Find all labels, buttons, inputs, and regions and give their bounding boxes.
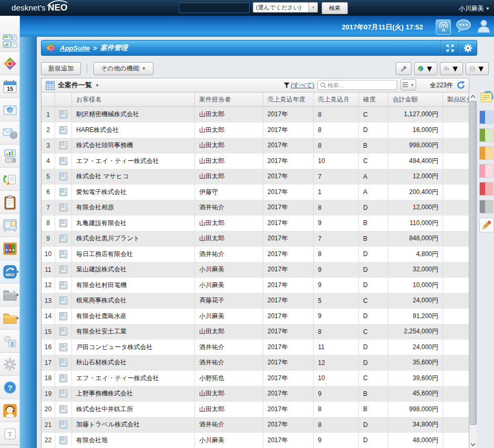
table-row[interactable]: 3 株式会社陸羽事務機 山田太郎 2017年 8 B 998,000円 — [42, 138, 469, 154]
table-row[interactable]: 21 加藤トラベル株式会社 酒井祐介 2017年 8 D 34,800円 — [42, 417, 469, 433]
row-icon-cell[interactable] — [55, 386, 72, 402]
global-search-input[interactable] — [179, 4, 249, 13]
presence-broadcast-icon[interactable]: A — [436, 19, 451, 35]
table-row[interactable]: 6 愛知電子株式会社 伊藤守 2017年 1 A 200,400円 — [42, 185, 469, 200]
sidebar-item-presentation[interactable] — [0, 145, 19, 168]
sidebar-item-settings[interactable] — [0, 353, 19, 376]
user-profile-icon[interactable] — [476, 19, 491, 35]
chat-icon[interactable] — [456, 19, 471, 35]
col-month[interactable]: 売上見込月 — [314, 93, 359, 106]
row-icon-cell[interactable] — [55, 216, 72, 231]
scroll-up-arrow[interactable] — [469, 93, 477, 100]
row-icon-cell[interactable] — [55, 247, 72, 262]
breadcrumb-app-link[interactable]: AppSuite — [60, 44, 90, 52]
row-icon-cell[interactable] — [55, 340, 72, 355]
table-row[interactable]: 17 秋山石材株式会社 酒井祐介 2017年 12 D 35,600円 — [42, 355, 469, 371]
row-icon-cell[interactable] — [55, 138, 72, 154]
row-icon-cell[interactable] — [55, 169, 72, 185]
col-amount[interactable]: 合計金額 — [388, 93, 443, 106]
table-row[interactable]: 18 エフ・エイ・ティー株式会社 小野拓也 2017年 10 C 39,600円 — [42, 371, 469, 386]
sidebar-item-settings-list[interactable] — [0, 330, 19, 353]
scrollbar-thumb[interactable] — [470, 101, 477, 425]
row-icon-cell[interactable] — [55, 417, 72, 433]
sidebar-item-bulletin-board[interactable] — [0, 214, 19, 237]
add-record-button[interactable]: 新規追加 — [41, 62, 81, 75]
row-icon-cell[interactable] — [55, 402, 72, 418]
table-row[interactable]: 7 有限会社相原 酒井祐介 2017年 8 D 12,000円 — [42, 200, 469, 216]
label-pink[interactable] — [479, 164, 493, 178]
table-row[interactable]: 11 葉山建設株式会社 小川麻美 2017年 9 D 32,000円 — [42, 262, 469, 278]
col-grade[interactable]: 確度 — [359, 93, 388, 106]
label-red[interactable] — [479, 182, 493, 196]
table-row[interactable]: 2 HARE株式会社 山田太郎 2017年 8 D 16,000円 — [42, 123, 469, 138]
sidebar-item-help[interactable]: ? — [0, 376, 19, 399]
fullscreen-button[interactable] — [441, 40, 459, 55]
more-functions-button[interactable]: その他の機能 ▼ — [94, 62, 153, 75]
label-gray[interactable] — [479, 200, 493, 213]
label-orange[interactable] — [479, 146, 493, 160]
global-search-button[interactable]: 検索 — [322, 2, 348, 14]
table-row[interactable]: 16 戸田コンピュータ株式会社 酒井祐介 2017年 11 D 24,000円 — [42, 340, 469, 355]
table-row[interactable]: 19 上野事務機株式会社 山田太郎 2017年 9 B 45,600円 — [42, 386, 469, 402]
edit-labels-button[interactable] — [479, 218, 494, 232]
table-row[interactable]: 14 有限会社鹿島水産 小川麻美 2017年 9 D 91,200円 — [42, 309, 469, 324]
sidebar-item-personal-folder[interactable] — [0, 307, 19, 330]
col-year[interactable]: 売上見込年度 — [263, 93, 314, 106]
sidebar-item-shared-folder[interactable] — [0, 283, 19, 307]
sticky-note-button[interactable] — [479, 89, 494, 106]
table-row[interactable]: 8 丸亀建設有限会社 山田太郎 2017年 9 B 110,000円 — [42, 216, 469, 231]
row-icon-cell[interactable] — [55, 309, 72, 324]
sidebar-item-schedule[interactable]: 15 — [0, 75, 19, 98]
row-icon-cell[interactable] — [55, 293, 72, 309]
row-icon-cell[interactable] — [55, 200, 72, 216]
row-icon-cell[interactable] — [55, 355, 72, 371]
user-menu[interactable]: 小川麻美 ▼ — [459, 4, 490, 13]
app-settings-button[interactable] — [459, 40, 477, 55]
list-search-input[interactable] — [326, 82, 397, 89]
col-rep[interactable]: 案件担当者 — [195, 93, 263, 106]
table-row[interactable]: 5 株式会社 マサヒコ 山田太郎 2017年 7 A 12,000円 — [42, 169, 469, 185]
table-row[interactable]: 9 株式会社黒川プラント 山田太郎 2017年 7 B 848,000円 — [42, 231, 469, 247]
row-icon-cell[interactable] — [55, 154, 72, 169]
customize-button[interactable] — [396, 62, 411, 75]
sidebar-item-workflow[interactable] — [0, 168, 19, 191]
sidebar-item-mail-store[interactable] — [0, 121, 19, 145]
col-product[interactable]: 製品区分 — [443, 93, 469, 106]
row-icon-cell[interactable] — [55, 433, 72, 448]
scroll-down-arrow[interactable] — [469, 441, 477, 448]
row-icon-cell[interactable] — [55, 185, 72, 200]
sidebar-item-cabinet[interactable] — [0, 237, 19, 260]
refresh-button[interactable] — [457, 81, 465, 91]
label-blue[interactable] — [479, 110, 493, 124]
table-row[interactable]: 15 有限会社安土工業 山田太郎 2017年 8 C 2,254,000円 — [42, 324, 469, 340]
filter-selector[interactable]: (すべて) — [284, 78, 314, 92]
table-row[interactable]: 12 有限会社村田電機 小川麻美 2017年 9 D 10,000円 — [42, 278, 469, 293]
row-icon-cell[interactable] — [55, 231, 72, 247]
row-icon-cell[interactable] — [55, 123, 72, 138]
filter-view-button[interactable]: ▼ — [440, 62, 463, 75]
sidebar-item-clipboard[interactable] — [0, 191, 19, 214]
table-row[interactable]: 22 有限会社旭 小川麻美 2017年 9 D 48,000円 — [42, 433, 469, 448]
sidebar-item-neo-app[interactable]: NEO — [0, 260, 19, 283]
table-row[interactable]: 20 株式会社中井鉄工所 山田太郎 2017年 8 B 998,000円 — [42, 402, 469, 418]
row-icon-cell[interactable] — [55, 278, 72, 293]
row-icon-cell[interactable] — [55, 324, 72, 340]
sidebar-item-support[interactable] — [0, 399, 19, 422]
col-customer[interactable]: お客様名 — [72, 93, 195, 106]
print-button[interactable]: ▼ — [466, 62, 489, 75]
table-row[interactable]: 4 エフ・エイ・ティー株式会社 山田太郎 2017年 10 C 494,400円 — [42, 154, 469, 169]
search-category-select[interactable]: (選んでください) ∨ — [253, 2, 318, 13]
sidebar-item-portal[interactable] — [0, 16, 19, 52]
view-selector[interactable]: 全案件一覧 ▼ — [42, 80, 99, 90]
row-icon-cell[interactable] — [55, 262, 72, 278]
sidebar-item-webmail[interactable]: @ — [0, 98, 19, 121]
row-icon-cell[interactable] — [55, 371, 72, 386]
chart-view-button[interactable]: ▼ — [414, 62, 437, 75]
row-icon-cell[interactable] — [55, 107, 72, 123]
table-row[interactable]: 10 毎日工務店有限会社 酒井祐介 2017年 8 D 4,800円 — [42, 247, 469, 262]
table-row[interactable]: 13 根尾商事株式会社 斉藤花子 2017年 5 C 24,000円 — [42, 293, 469, 309]
label-green[interactable] — [479, 128, 493, 142]
sidebar-item-text-tool[interactable]: T — [0, 422, 19, 445]
sidebar-item-appsuite[interactable] — [0, 52, 19, 75]
table-row[interactable]: 1 駒沢精密機械株式会社 山田太郎 2017年 8 C 1,127,000円 — [42, 107, 469, 123]
